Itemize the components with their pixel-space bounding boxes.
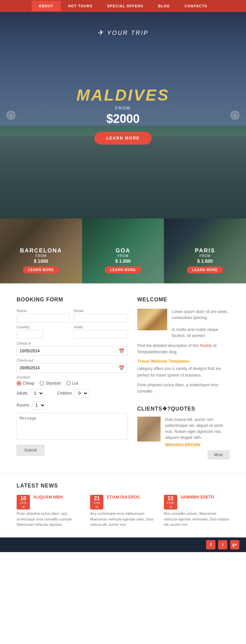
lux-radio[interactable] [66, 381, 71, 386]
news-comment-icon-1: ✉ [95, 505, 98, 509]
hotel-input[interactable] [74, 330, 127, 339]
booking-title: BOOKING FORM [17, 297, 127, 303]
checkout-input[interactable] [17, 364, 116, 372]
card-city-goa: GOA [82, 247, 164, 254]
checkin-input[interactable] [17, 347, 116, 355]
submit-button[interactable]: Submit [17, 445, 44, 456]
nav-contacts[interactable]: CONTACTS [177, 4, 214, 8]
client-photo [137, 417, 161, 442]
children-label: Children [57, 391, 72, 396]
clients-title: CLIENTS❖?QUOTES [137, 406, 229, 412]
news-title: LATEST NEWS [17, 483, 229, 489]
hero-section: ✈ YOUR TRIP ‹ MALDIVES FROM $2000 LEARN … [0, 12, 246, 218]
email-label: Email: [74, 309, 127, 313]
country-label: Country: [17, 325, 70, 329]
plane-icon: ✈ [96, 28, 105, 38]
card-btn-barcelona[interactable]: LEARN MORE [23, 266, 59, 273]
hero-learn-more-button[interactable]: LEARN MORE [94, 132, 152, 145]
card-price-paris: $ 1.600 [164, 258, 246, 264]
news-body-0: Proin pharetra luctus diam, any sceleris… [17, 511, 82, 527]
hero-next-arrow[interactable]: › [231, 111, 239, 120]
news-comment-icon-2: ✉ [169, 505, 172, 509]
card-city-barcelona: BARCELONA [0, 247, 82, 254]
children-select[interactable]: 012 [75, 389, 88, 398]
checkin-label: Check-in [17, 341, 127, 345]
twitter-button[interactable]: t [218, 540, 227, 549]
welcome-image [137, 309, 167, 330]
footer: f t g+ [0, 537, 246, 552]
hotel-label: Hotel: [74, 325, 127, 329]
comfort-lux-option[interactable]: Lux [66, 381, 78, 386]
welcome-body3: Proin pharetra luctus diam, a scelerisqu… [137, 382, 229, 395]
card-from-barcelona: FROM [0, 254, 82, 258]
hero-price: $2000 [76, 112, 170, 126]
navigation: ABOUT HOT TOURS SPECIAL OFFERS BLOG CONT… [0, 0, 246, 12]
right-column: WELCOME Lorem ipsum dolor sit ere amet, … [137, 297, 229, 459]
destination-cards: BARCELONA FROM $ 1000 LEARN MORE GOA FRO… [0, 218, 246, 283]
news-date-0: 10 JAN ✉ [17, 495, 30, 509]
news-section: LATEST NEWS 10 JAN ✉ ALIQUAM NIBH Proin … [0, 473, 246, 537]
checkout-calendar-icon: 📅 [116, 364, 127, 372]
rooms-select[interactable]: 123 [32, 401, 46, 410]
nav-blog[interactable]: BLOG [151, 4, 177, 8]
card-from-goa: FROM [82, 254, 164, 258]
checkout-label: Check-out [17, 358, 127, 362]
adults-select[interactable]: 123 [30, 389, 44, 398]
nav-about[interactable]: ABOUT [32, 1, 61, 11]
card-btn-goa[interactable]: LEARN MORE [105, 266, 141, 273]
news-body-1: Any scelerisque eros vallisumsan. Maecen… [90, 511, 156, 527]
email-input[interactable] [74, 314, 127, 322]
quote-text: Duis massa elit, auctor non pellentesque… [165, 417, 229, 441]
news-body-2: Ros convallis umsan. Maecenas vehicula e… [164, 511, 229, 527]
name-input[interactable] [17, 314, 70, 322]
nav-special-offers[interactable]: SPECIAL OFFERS [100, 4, 151, 8]
news-item-0: 10 JAN ✉ ALIQUAM NIBH Proin pharetra luc… [17, 495, 82, 527]
news-date-2: 15 FEB ✉ [164, 495, 177, 509]
comfort-standard-option[interactable]: Standart [40, 381, 61, 386]
card-price-barcelona: $ 1000 [0, 258, 82, 264]
dest-card-goa[interactable]: GOA FROM $ 1.500 LEARN MORE [82, 218, 164, 283]
facebook-button[interactable]: f [206, 540, 215, 549]
quote-author: MIRANDA BROWN [165, 443, 229, 447]
more-button[interactable]: More [208, 451, 229, 459]
dest-card-paris[interactable]: PARIS FROM $ 1.600 LEARN MORE [164, 218, 246, 283]
main-content: BOOKING FORM Name: Email: Country: Hot [0, 283, 246, 473]
comfort-label: Comfort [17, 375, 127, 379]
welcome-body2: category offers you a variety of designs… [137, 366, 229, 378]
card-btn-paris[interactable]: LEARN MORE [187, 266, 223, 273]
welcome-section: WELCOME Lorem ipsum dolor sit ere amet, … [137, 297, 229, 395]
adults-label: Adults [17, 391, 28, 396]
news-comment-icon-0: ✉ [22, 505, 25, 509]
rooms-label: Rooms [17, 403, 29, 408]
news-item-1: 21 JAN ✉ ETIAM DUI EROS Any scelerisque … [90, 495, 156, 527]
card-city-paris: PARIS [164, 247, 246, 254]
standard-radio[interactable] [40, 381, 44, 386]
card-from-paris: FROM [164, 254, 246, 258]
message-textarea[interactable] [17, 413, 127, 440]
welcome-text1: Lorem ipsum dolor sit ere amet, consecte… [172, 309, 229, 321]
googleplus-button[interactable]: g+ [230, 540, 239, 549]
welcome-body1: Find the detailed description of this fr… [137, 343, 229, 355]
hero-from-label: FROM [76, 106, 170, 111]
card-price-goa: $ 1.500 [82, 258, 164, 264]
news-grid: 10 JAN ✉ ALIQUAM NIBH Proin pharetra luc… [17, 495, 229, 527]
divider [137, 400, 229, 400]
welcome-text2: In mollis erat mattis neque facilisis, s… [172, 327, 229, 339]
news-item-2: 15 FEB ✉ UAMNIBH EDETO Ros convallis ums… [164, 495, 229, 527]
clients-section: CLIENTS❖?QUOTES Duis massa elit, auctor … [137, 406, 229, 459]
welcome-title: WELCOME [137, 297, 229, 303]
nav-hot-tours[interactable]: HOT TOURS [61, 4, 100, 8]
welcome-freebie-link[interactable]: freebie [200, 343, 212, 348]
country-input[interactable] [17, 330, 43, 339]
site-logo: ✈ YOUR TRIP [97, 29, 149, 37]
hero-destination: MALDIVES [76, 86, 170, 104]
booking-section: BOOKING FORM Name: Email: Country: Hot [17, 297, 127, 459]
booking-form: Name: Email: Country: Hotel: [17, 309, 127, 456]
comfort-cheap-option[interactable]: Cheap [17, 381, 34, 386]
checkin-calendar-icon: 📅 [116, 347, 127, 355]
cheap-radio[interactable] [17, 381, 21, 386]
travel-templates-link[interactable]: Travel Website Templates [137, 359, 229, 364]
dest-card-barcelona[interactable]: BARCELONA FROM $ 1000 LEARN MORE [0, 218, 82, 283]
hero-prev-arrow[interactable]: ‹ [7, 111, 15, 120]
name-label: Name: [17, 309, 70, 313]
